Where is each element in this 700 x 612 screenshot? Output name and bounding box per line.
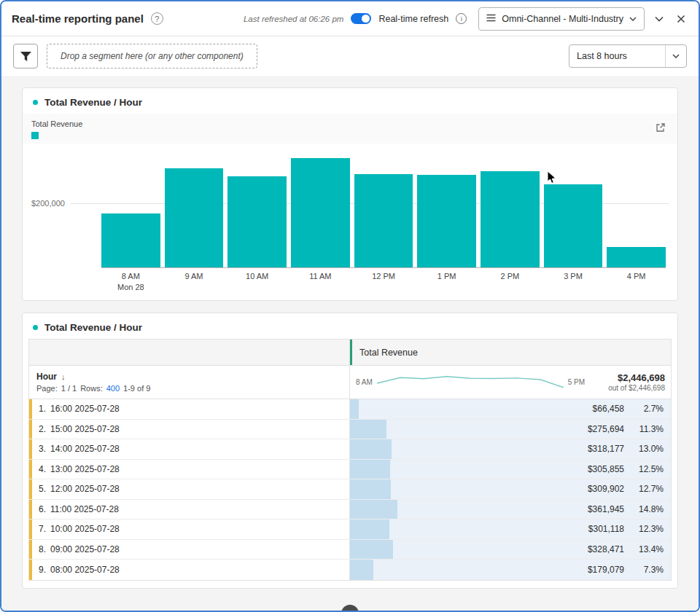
table-row[interactable]: 6.11:00 2025-07-28$361,94514.8% <box>29 500 671 520</box>
table-row[interactable]: 2.15:00 2025-07-28$275,69411.3% <box>29 420 671 440</box>
row-percent: 14.8% <box>624 504 664 514</box>
chart-bar[interactable] <box>354 174 413 267</box>
chevron-down-icon <box>666 54 686 58</box>
chart-bar[interactable] <box>101 213 160 267</box>
row-hour: 13:00 2025-07-28 <box>50 464 120 474</box>
value-bar <box>350 479 391 499</box>
row-index: 5. <box>39 484 46 494</box>
sort-descending-icon[interactable]: ↓ <box>61 372 66 381</box>
chart-bar[interactable] <box>228 176 287 267</box>
row-hour: 12:00 2025-07-28 <box>50 484 120 494</box>
page-title: Real-time reporting panel <box>12 12 144 25</box>
table-row[interactable]: 7.10:00 2025-07-28$301,11812.3% <box>29 519 671 540</box>
row-index: 8. <box>39 544 46 554</box>
trend-sparkline <box>377 373 564 392</box>
row-range: 1-9 of 9 <box>123 384 150 393</box>
dimension-cell: 2.15:00 2025-07-28 <box>29 420 350 439</box>
chart-bar[interactable] <box>165 168 224 267</box>
x-axis-label: 10 AM <box>228 272 287 291</box>
export-icon <box>656 122 666 133</box>
row-index: 9. <box>39 565 46 575</box>
metric-cell: $301,11812.3% <box>350 519 671 539</box>
metric-cell: $305,85512.5% <box>350 460 671 479</box>
row-hour: 08:00 2025-07-28 <box>50 565 120 575</box>
metric-header-cell[interactable]: Total Revenue <box>350 340 671 365</box>
chart-bar[interactable] <box>607 247 666 267</box>
add-visualization-button[interactable]: + <box>341 605 359 611</box>
dimension-subheader: Hour ↓ Page: 1 / 1 Rows: 400 1-9 of 9 <box>29 366 350 399</box>
panel-content: Total Revenue / Hour Total Revenue $200,… <box>1 76 699 611</box>
segment-filter-button[interactable] <box>13 44 38 68</box>
value-bar <box>350 399 359 419</box>
dimension-name[interactable]: Hour <box>36 372 57 382</box>
chevron-down-icon <box>629 17 637 21</box>
bar-series <box>101 148 666 268</box>
top-bar-right: Last refreshed at 06:26 pm Real-time ref… <box>244 7 688 31</box>
row-hour: 10:00 2025-07-28 <box>50 524 120 534</box>
dimension-header-cell <box>29 340 350 365</box>
x-axis-label: 4 PM <box>607 272 666 291</box>
info-icon[interactable]: i <box>456 13 467 24</box>
metric-cell: $361,94514.8% <box>350 500 671 519</box>
collapse-panel-button[interactable] <box>652 13 666 25</box>
row-index: 6. <box>39 504 46 514</box>
help-icon[interactable]: ? <box>151 12 163 25</box>
row-value: $318,177 <box>588 444 624 454</box>
segment-drop-zone[interactable]: Drop a segment here (or any other compon… <box>47 44 257 68</box>
table-row[interactable]: 5.12:00 2025-07-28$309,90212.7% <box>29 479 671 500</box>
close-panel-button[interactable] <box>674 12 688 26</box>
dimension-cell: 9.08:00 2025-07-28 <box>29 560 350 580</box>
table-row[interactable]: 9.08:00 2025-07-28$179,0797.3% <box>29 560 671 580</box>
chart-bar[interactable] <box>417 175 476 267</box>
realtime-refresh-toggle[interactable] <box>351 13 371 24</box>
chevron-down-icon <box>655 16 664 22</box>
filter-bar: Drop a segment here (or any other compon… <box>1 36 699 76</box>
time-range-dropdown[interactable]: Last 8 hours <box>569 44 687 68</box>
metric-cell: $318,17713.0% <box>350 439 671 459</box>
dataset-dropdown[interactable]: Omni-Channel - Multi-Industry <box>478 7 645 31</box>
time-range-label: Last 8 hours <box>569 51 665 61</box>
table-card: Total Revenue / Hour Total Revenue Hour … <box>22 313 678 589</box>
total-out-of: out of $2,446,698 <box>589 384 665 392</box>
column-totals: $2,446,698 out of $2,446,698 <box>589 372 665 392</box>
x-axis-label: 11 AM <box>291 272 350 291</box>
top-bar: Real-time reporting panel ? Last refresh… <box>1 1 699 36</box>
chart-bar[interactable] <box>291 158 350 267</box>
x-axis-label: 1 PM <box>417 272 476 291</box>
row-index: 2. <box>39 424 46 434</box>
chart-bar[interactable] <box>544 184 603 267</box>
legend-swatch <box>31 132 39 139</box>
chart-card: Total Revenue / Hour Total Revenue $200,… <box>22 87 678 301</box>
chart-bar[interactable] <box>481 171 540 267</box>
row-value: $361,945 <box>588 504 624 514</box>
y-axis-tick: $200,000 <box>31 199 65 208</box>
table-row[interactable]: 1.16:00 2025-07-28$66,4582.7% <box>29 399 671 420</box>
dimension-cell: 8.09:00 2025-07-28 <box>29 540 350 560</box>
legend-label: Total Revenue <box>31 119 82 128</box>
row-percent: 7.3% <box>624 565 664 575</box>
row-hour: 15:00 2025-07-28 <box>50 424 120 434</box>
reporting-panel-window: Real-time reporting panel ? Last refresh… <box>0 0 700 612</box>
rows-per-page-link[interactable]: 400 <box>106 384 120 393</box>
last-refreshed-text: Last refreshed at 06:26 pm <box>244 15 343 23</box>
chart-card-title: Total Revenue / Hour <box>23 88 677 114</box>
table-row[interactable]: 4.13:00 2025-07-28$305,85512.5% <box>29 460 671 480</box>
table-row[interactable]: 3.14:00 2025-07-28$318,17713.0% <box>29 439 671 460</box>
value-bar <box>350 439 392 459</box>
freeform-table: Total Revenue Hour ↓ Page: 1 / 1 Rows: 4… <box>28 339 672 581</box>
row-value: $179,079 <box>588 565 624 575</box>
page-value: 1 / 1 <box>61 384 77 393</box>
export-chart-button[interactable] <box>653 119 669 136</box>
row-hour: 09:00 2025-07-28 <box>50 544 120 554</box>
viz-bullet-icon <box>33 100 38 105</box>
dimension-cell: 1.16:00 2025-07-28 <box>29 399 350 419</box>
metric-cell: $275,69411.3% <box>350 420 671 439</box>
row-value: $275,694 <box>588 424 624 434</box>
spark-end-label: 5 PM <box>568 378 585 386</box>
row-percent: 12.7% <box>624 484 664 494</box>
value-bar <box>350 540 393 560</box>
page-label: Page: <box>36 384 58 393</box>
table-row[interactable]: 8.09:00 2025-07-28$328,47113.4% <box>29 540 671 560</box>
chart-legend-row: Total Revenue <box>23 114 677 144</box>
row-hour: 14:00 2025-07-28 <box>50 444 120 454</box>
